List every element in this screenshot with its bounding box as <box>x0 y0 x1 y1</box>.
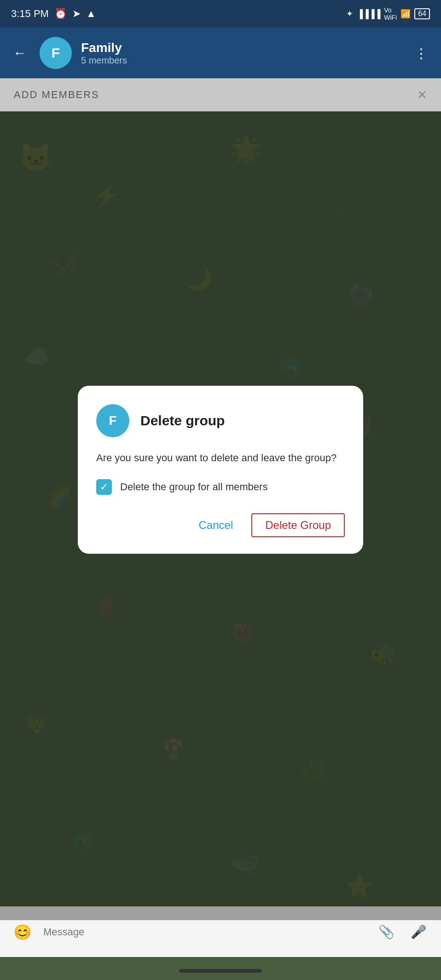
attach-icon: 📎 <box>378 924 395 939</box>
status-bar: 3:15 PM ⏰ ➤ ▲ ✦ ▐▐▐▐ VoWiFi 📶 64 <box>0 0 441 28</box>
checkbox-label: Delete the group for all members <box>120 481 267 493</box>
add-members-bar: ADD MEMBERS ✕ <box>0 78 441 111</box>
mic-button[interactable]: 🎤 <box>407 921 430 944</box>
nav-bar: ← F Family 5 members ⋮ <box>0 28 441 78</box>
delete-group-button[interactable]: Delete Group <box>251 513 345 537</box>
dialog-header: F Delete group <box>96 404 345 437</box>
dialog-overlay: F Delete group Are you sure you want to … <box>0 111 441 920</box>
bluetooth-icon: ✦ <box>346 9 353 19</box>
dialog-buttons: Cancel Delete Group <box>96 513 345 537</box>
group-name: Family <box>81 41 401 55</box>
vowifi-icon: VoWiFi <box>384 6 397 21</box>
more-options-button[interactable]: ⋮ <box>411 41 432 65</box>
status-left: 3:15 PM ⏰ ➤ ▲ <box>11 8 96 20</box>
alarm-icon: ⏰ <box>54 8 67 20</box>
attach-button[interactable]: 📎 <box>375 921 398 944</box>
emoji-icon: 😊 <box>13 923 32 941</box>
back-button[interactable]: ← <box>9 41 30 64</box>
checkmark-icon: ✓ <box>100 482 108 492</box>
battery-icon: 64 <box>414 8 430 19</box>
dialog-avatar: F <box>96 404 129 437</box>
mic-icon: 🎤 <box>411 924 427 939</box>
group-avatar: F <box>40 37 72 69</box>
emoji-button[interactable]: 😊 <box>11 921 34 944</box>
add-members-close-button[interactable]: ✕ <box>417 88 427 102</box>
member-count: 5 members <box>81 55 401 66</box>
bottom-right-icons: 📎 🎤 <box>375 921 430 944</box>
delete-group-dialog: F Delete group Are you sure you want to … <box>78 386 363 554</box>
wifi-icon: 📶 <box>400 9 411 19</box>
navigation-icon: ➤ <box>72 8 81 20</box>
cancel-button[interactable]: Cancel <box>190 514 243 536</box>
time-display: 3:15 PM <box>11 8 49 20</box>
nav-info: Family 5 members <box>81 41 401 66</box>
dialog-body: Are you sure you want to delete and leav… <box>96 450 345 465</box>
home-indicator <box>179 969 262 973</box>
signal-icon: ▐▐▐▐ <box>357 9 380 19</box>
autosync-icon: ▲ <box>86 8 96 20</box>
add-members-label: ADD MEMBERS <box>14 89 99 101</box>
dialog-title: Delete group <box>140 413 225 429</box>
message-input[interactable] <box>43 926 366 938</box>
checkbox-row: ✓ Delete the group for all members <box>96 479 345 495</box>
status-right: ✦ ▐▐▐▐ VoWiFi 📶 64 <box>346 6 430 21</box>
delete-all-checkbox[interactable]: ✓ <box>96 479 112 495</box>
